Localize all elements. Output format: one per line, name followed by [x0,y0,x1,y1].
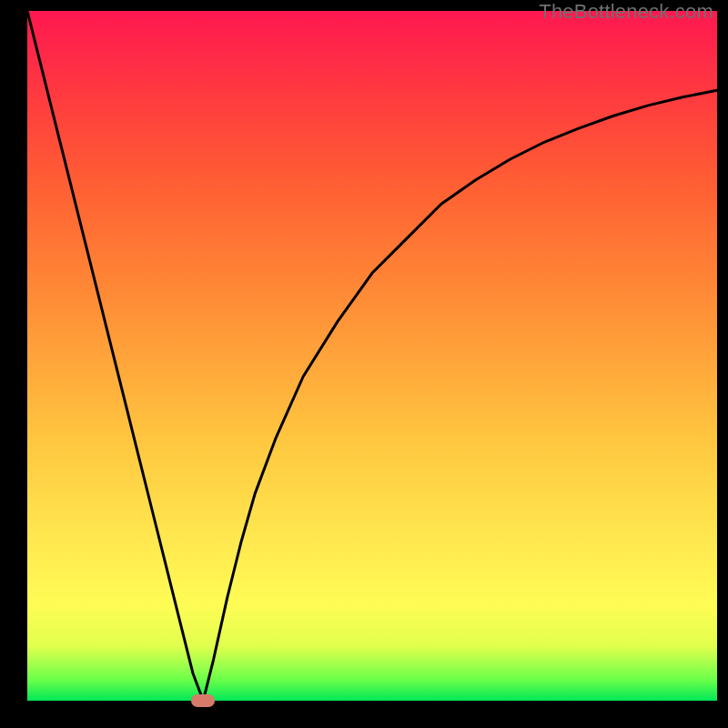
watermark-text: TheBottleneck.com [539,0,713,24]
curve-svg [27,11,717,701]
plot-area [27,11,717,701]
chart-frame: TheBottleneck.com [0,0,728,728]
bottleneck-curve-path [27,11,717,701]
optimal-marker [191,694,215,707]
